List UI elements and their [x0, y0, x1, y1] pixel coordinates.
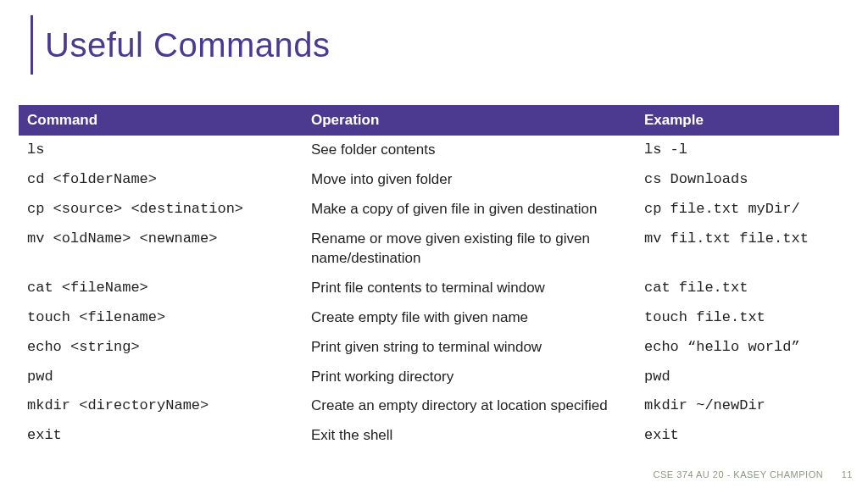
cell-command: cat <fileName>	[19, 274, 303, 303]
table-row: cp <source> <destination> Make a copy of…	[19, 195, 839, 225]
table-row: mv <oldName> <newname> Rename or move gi…	[19, 225, 839, 274]
cell-example: pwd	[636, 363, 839, 392]
cell-command: cd <folderName>	[19, 165, 303, 195]
cell-operation: Create an empty directory at location sp…	[303, 391, 636, 421]
cell-operation: Print given string to terminal window	[303, 333, 636, 363]
commands-table: Command Operation Example ls See folder …	[19, 105, 839, 451]
cell-example: touch file.txt	[636, 303, 839, 333]
cell-command: pwd	[19, 363, 303, 392]
footer-page: 11	[842, 469, 853, 480]
cell-example: cp file.txt myDir/	[636, 195, 839, 225]
cell-example: cat file.txt	[636, 274, 839, 303]
table-row: cd <folderName> Move into given folder c…	[19, 165, 839, 195]
title-block: Useful Commands	[31, 15, 331, 75]
cell-command: touch <filename>	[19, 303, 303, 333]
header-example: Example	[636, 105, 839, 136]
cell-operation: Create empty file with given name	[303, 303, 636, 333]
slide-footer: CSE 374 AU 20 - KASEY CHAMPION 11	[654, 469, 853, 480]
cell-operation: Exit the shell	[303, 421, 636, 451]
cell-command: echo <string>	[19, 333, 303, 363]
table-row: pwd Print working directory pwd	[19, 363, 839, 392]
cell-operation: Make a copy of given file in given desti…	[303, 195, 636, 225]
footer-course: CSE 374 AU 20 - KASEY CHAMPION	[654, 469, 824, 480]
cell-operation: Rename or move given existing file to gi…	[303, 225, 636, 274]
cell-example: echo “hello world”	[636, 333, 839, 363]
cell-example: mkdir ~/newDir	[636, 391, 839, 421]
header-command: Command	[19, 105, 303, 136]
table-row: exit Exit the shell exit	[19, 421, 839, 451]
cell-operation: Move into given folder	[303, 165, 636, 195]
cell-example: ls -l	[636, 136, 839, 165]
cell-command: mkdir <directoryName>	[19, 391, 303, 421]
table-row: mkdir <directoryName> Create an empty di…	[19, 391, 839, 421]
cell-example: cs Downloads	[636, 165, 839, 195]
table-header-row: Command Operation Example	[19, 105, 839, 136]
table-row: ls See folder contents ls -l	[19, 136, 839, 165]
cell-example: exit	[636, 421, 839, 451]
slide-title: Useful Commands	[45, 26, 331, 64]
table-row: cat <fileName> Print file contents to te…	[19, 274, 839, 303]
cell-operation: Print file contents to terminal window	[303, 274, 636, 303]
cell-example: mv fil.txt file.txt	[636, 225, 839, 274]
cell-operation: Print working directory	[303, 363, 636, 392]
cell-command: ls	[19, 136, 303, 165]
header-operation: Operation	[303, 105, 636, 136]
cell-operation: See folder contents	[303, 136, 636, 165]
table-row: echo <string> Print given string to term…	[19, 333, 839, 363]
cell-command: cp <source> <destination>	[19, 195, 303, 225]
cell-command: mv <oldName> <newname>	[19, 225, 303, 274]
table-row: touch <filename> Create empty file with …	[19, 303, 839, 333]
cell-command: exit	[19, 421, 303, 451]
